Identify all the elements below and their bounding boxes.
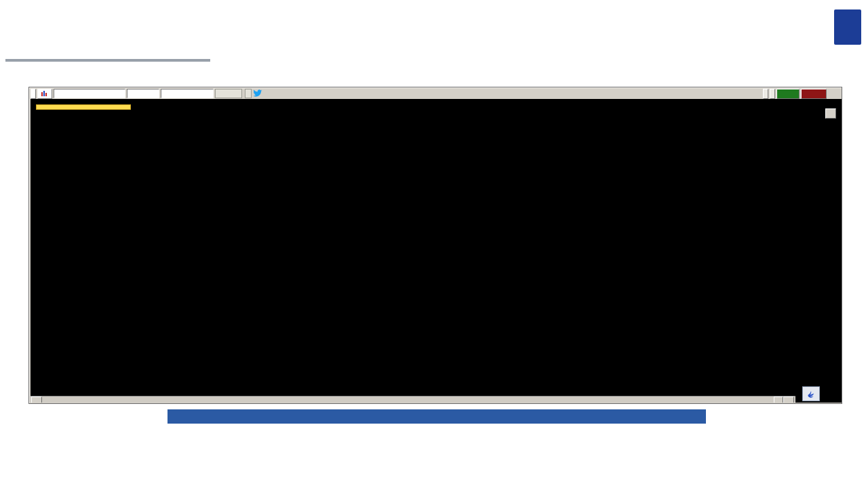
chart-scrollbar[interactable]	[31, 396, 795, 403]
twitter-icon[interactable]	[253, 89, 263, 98]
matriks-m-icon[interactable]	[31, 89, 36, 99]
realtime-lightning-icon[interactable]	[763, 89, 768, 99]
toolbar-button-lin[interactable]	[215, 89, 242, 98]
sell-button[interactable]	[801, 89, 827, 99]
scrollbar-thumb[interactable]	[774, 396, 783, 403]
chart-content-area	[31, 99, 842, 403]
chart-type-icon[interactable]	[37, 89, 52, 99]
is-yatirim-logo	[827, 9, 861, 45]
ohlc-info-box	[36, 104, 131, 110]
dropdown-caret-icon[interactable]	[245, 89, 252, 98]
plot-restore-button[interactable]	[825, 108, 836, 119]
period-field[interactable]	[127, 89, 159, 98]
buy-button[interactable]	[776, 89, 800, 99]
chart-nav-zone	[795, 385, 842, 403]
pivot-table-section	[167, 409, 706, 424]
time-axis	[31, 385, 795, 396]
price-chart-canvas	[31, 99, 842, 403]
title-underline	[5, 59, 210, 62]
table-title	[167, 409, 706, 424]
chart-titlebar	[29, 87, 842, 100]
scroll-right-button[interactable]	[783, 396, 794, 403]
matriks-chart-window	[28, 87, 842, 404]
scroll-left-button[interactable]	[31, 396, 42, 403]
symbol-field[interactable]	[54, 89, 125, 98]
pivot-table	[167, 409, 706, 424]
isbank-emblem-icon	[834, 9, 861, 45]
refresh-icon[interactable]	[770, 89, 775, 99]
currency-field[interactable]	[161, 89, 214, 98]
matriks-logo-button[interactable]	[802, 386, 820, 401]
